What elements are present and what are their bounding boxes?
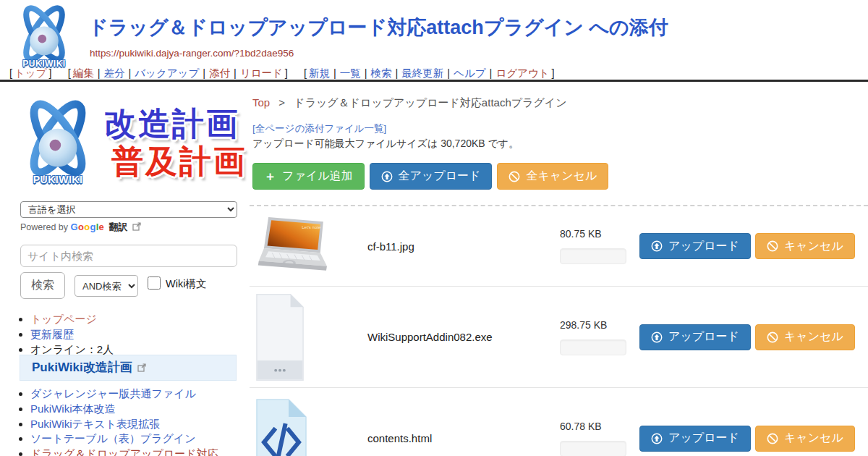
separator: | — [333, 67, 336, 79]
language-select[interactable]: 言語を選択 — [20, 201, 237, 218]
file-thumbnail-cell: Let's note — [255, 215, 367, 277]
progress-bar — [560, 339, 626, 355]
bracket: [ — [68, 67, 71, 79]
bracket: ] — [285, 67, 288, 79]
banner-line-kaizou: 改造計画 — [104, 105, 247, 143]
sidebar-link-history[interactable]: 更新履歴 — [30, 328, 74, 340]
sidebar-quick-links: トップページ 更新履歴 オンライン：2人 — [30, 312, 242, 357]
all-attachments-link[interactable]: [全ページの添付ファイル一覧] — [252, 122, 386, 135]
upload-button[interactable]: アップロード — [639, 324, 751, 350]
upload-button[interactable]: アップロード — [639, 426, 751, 452]
page-url-link[interactable]: https://pukiwiki.dajya-ranger.com/?1bd2d… — [90, 48, 294, 59]
nav-link-diff[interactable]: 差分 — [103, 67, 124, 79]
nav-link-new[interactable]: 新規 — [309, 67, 330, 79]
add-files-button[interactable]: ＋ ファイル追加 — [252, 163, 365, 190]
breadcrumb: Top > ドラッグ＆ドロップアップロード対応attachプラグイン — [252, 96, 567, 110]
nav-link-logout[interactable]: ログアウト — [495, 67, 549, 79]
file-actions: アップロード キャンセル — [639, 426, 855, 452]
external-link-icon — [137, 361, 146, 376]
bracket: [ — [9, 67, 12, 79]
file-actions: アップロード キャンセル — [639, 233, 855, 259]
breadcrumb-top-link[interactable]: Top — [252, 96, 270, 109]
search-button[interactable]: 検索 — [20, 272, 65, 299]
powered-by-text: Powered by — [20, 222, 68, 232]
nav-group-top: [トップ] — [7, 67, 54, 79]
circle-arrow-up-icon — [651, 240, 663, 252]
separator: | — [396, 67, 399, 79]
ban-circle-icon — [767, 332, 778, 343]
separator: | — [365, 67, 367, 79]
nav-link-help[interactable]: ヘルプ — [454, 67, 486, 79]
laptop-photo-thumbnail: Let's note — [255, 215, 338, 277]
separator: | — [490, 67, 493, 79]
sidebar: PUKIWIKI 改造計画 普及計画 言語を選択 Powered by Goog… — [0, 83, 250, 456]
list-item: PukiWiki本体改造 — [30, 402, 239, 416]
list-item: ダジャレンジャー版共通ファイル — [30, 387, 239, 401]
file-size: 298.75 KB — [560, 319, 634, 331]
file-size-cell: 80.75 KB — [554, 228, 634, 264]
nav-link-attach[interactable]: 添付 — [209, 67, 230, 79]
cancel-button[interactable]: キャンセル — [755, 324, 855, 350]
ban-circle-icon — [767, 433, 778, 444]
nav-link-backup[interactable]: バックアップ — [135, 67, 199, 79]
nav-link-top[interactable]: トップ — [14, 67, 47, 79]
sidebar-link-common-files[interactable]: ダジャレンジャー版共通ファイル — [30, 387, 196, 400]
file-size: 80.75 KB — [560, 228, 634, 240]
wiki-syntax-checkbox[interactable] — [148, 276, 161, 290]
online-count: オンライン：2人 — [30, 343, 114, 355]
nav-link-search[interactable]: 検索 — [371, 67, 392, 79]
sidebar-heading-link[interactable]: PukiWiki改造計画 — [32, 360, 132, 374]
cancel-button[interactable]: キャンセル — [755, 233, 855, 259]
google-logo: Google — [71, 221, 105, 232]
sidebar-link-dragdrop-attach[interactable]: ドラッグ＆ドロップアップロード対応attachプラグイン — [30, 447, 218, 456]
bracket: ] — [49, 67, 52, 79]
file-row: Let's note cf-b11.jpg 80.75 KB アップロード キャ… — [250, 206, 868, 287]
sidebar-link-core-mods[interactable]: PukiWiki本体改造 — [30, 402, 116, 415]
file-name: contents.html — [367, 432, 554, 444]
nav-group-site: [新規|一覧|検索|最終更新|ヘルプ|ログアウト] — [302, 67, 557, 79]
plus-icon: ＋ — [264, 170, 276, 182]
cancel-all-button[interactable]: 全キャンセル — [497, 163, 608, 190]
ban-circle-icon — [767, 240, 778, 252]
pukiwiki-logo-icon: PUKIWIKI — [14, 99, 101, 186]
upload-button[interactable]: アップロード — [639, 233, 751, 259]
nav-link-list[interactable]: 一覧 — [340, 67, 361, 79]
nav-link-edit[interactable]: 編集 — [73, 67, 94, 79]
ban-circle-icon — [509, 171, 520, 182]
google-translate-attribution: Powered by Google 翻訳 — [20, 221, 141, 234]
separator: | — [203, 67, 205, 79]
file-row: WikiSupportAddin082.exe 298.75 KB アップロード… — [250, 287, 868, 388]
site-banner[interactable]: PUKIWIKI 改造計画 普及計画 — [14, 99, 247, 186]
list-item: ドラッグ＆ドロップアップロード対応attachプラグイン — [30, 447, 239, 456]
external-link-icon — [132, 222, 141, 233]
banner-slogan: 改造計画 普及計画 — [104, 105, 247, 180]
progress-bar — [560, 248, 626, 264]
max-upload-size-text: アップロード可能最大ファイルサイズは 30,720KB です。 — [252, 138, 519, 151]
file-size: 60.78 KB — [560, 421, 634, 432]
pukiwiki-logo-label: PUKIWIKI — [14, 174, 101, 185]
sidebar-link-toppage[interactable]: トップページ — [30, 313, 97, 325]
circle-arrow-up-icon — [381, 171, 393, 182]
nav-link-reload[interactable]: リロード — [240, 67, 283, 79]
nav-group-page: [編集|差分|バックアップ|添付|リロード] — [66, 67, 290, 79]
site-search-input[interactable] — [20, 245, 237, 267]
circle-arrow-up-icon — [651, 433, 663, 444]
sidebar-link-sorttable[interactable]: ソートテーブル（表）プラグイン — [30, 432, 196, 444]
circle-arrow-up-icon — [651, 332, 663, 343]
bracket: [ — [304, 67, 307, 79]
file-name: cf-b11.jpg — [367, 240, 554, 253]
file-drop-zone[interactable]: Let's note cf-b11.jpg 80.75 KB アップロード キャ… — [250, 205, 868, 456]
file-row: contents.html 60.78 KB アップロード キャンセル — [250, 388, 868, 456]
sidebar-section-heading: PukiWiki改造計画 — [20, 355, 237, 381]
progress-bar — [560, 441, 626, 456]
nav-link-recent[interactable]: 最終更新 — [401, 67, 443, 79]
search-mode-select[interactable]: AND検索 — [75, 275, 138, 297]
pukiwiki-logo-icon[interactable]: PUKIWIKI — [12, 4, 77, 69]
file-actions: アップロード キャンセル — [639, 324, 855, 350]
breadcrumb-current: ドラッグ＆ドロップアップロード対応attachプラグイン — [294, 96, 566, 109]
upload-all-button[interactable]: 全アップロード — [370, 163, 493, 190]
separator: | — [98, 67, 101, 79]
list-item: PukiWikiテキスト表現拡張 — [30, 417, 239, 431]
cancel-button[interactable]: キャンセル — [755, 426, 855, 452]
sidebar-link-text-ext[interactable]: PukiWikiテキスト表現拡張 — [30, 418, 160, 430]
